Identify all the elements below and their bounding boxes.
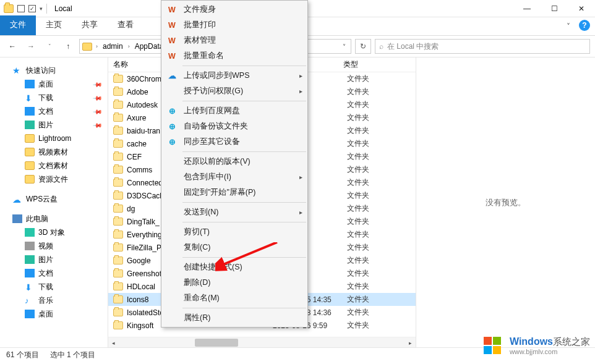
file-type: 文件夹	[347, 320, 409, 331]
nav-this-pc[interactable]: 此电脑	[0, 212, 108, 226]
menu-rename[interactable]: 重命名(M)	[161, 290, 307, 306]
label: 复制(C)	[184, 242, 210, 253]
nav-documents[interactable]: 文档📌	[0, 104, 108, 118]
label: 下载	[38, 93, 53, 103]
menu-properties[interactable]: 属性(R)	[161, 310, 307, 326]
baidu-icon: ⊕	[166, 137, 178, 146]
forward-button[interactable]: →	[24, 39, 38, 54]
search-icon: ⌕	[379, 42, 383, 51]
scroll-right-icon[interactable]: ▸	[405, 337, 416, 348]
pin-icon: 📌	[93, 79, 103, 89]
tab-share[interactable]: 共享	[72, 15, 108, 35]
watermark-text: Windows	[510, 336, 553, 347]
collapse-ribbon-icon[interactable]: ˅	[567, 22, 570, 31]
label: 素材管理	[184, 35, 216, 46]
file-type: 文件夹	[347, 216, 409, 227]
menu-batch-print[interactable]: W批量打印	[161, 17, 307, 33]
help-icon[interactable]: ?	[579, 20, 590, 31]
menu-send-to[interactable]: 发送到(N)▸	[161, 205, 307, 220]
label: 文档	[38, 268, 53, 279]
menu-material[interactable]: W素材管理	[161, 33, 307, 48]
menu-batch-rename[interactable]: W批量重命名	[161, 48, 307, 64]
menu-delete[interactable]: 删除(D)	[161, 275, 307, 290]
nav-3d-objects[interactable]: 3D 对象	[0, 226, 108, 239]
file-type: 文件夹	[347, 177, 409, 188]
file-type: 文件夹	[347, 190, 409, 201]
cloud-icon: ☁	[166, 71, 178, 80]
label: 授予访问权限(G)	[184, 86, 243, 96]
menu-baidu[interactable]: ⊕上传到百度网盘	[161, 103, 307, 119]
label: 属性(R)	[184, 313, 210, 323]
nav-video-material[interactable]: 视频素材	[0, 145, 108, 159]
tab-view[interactable]: 查看	[108, 15, 143, 35]
close-button[interactable]: ✕	[568, 0, 595, 17]
nav-downloads2[interactable]: 下载	[0, 280, 108, 294]
nav-desktop[interactable]: 桌面📌	[0, 77, 108, 91]
folder-icon	[113, 101, 123, 109]
nav-pane: ★快速访问 桌面📌 下载📌 文档📌 图片📌 Lightroom 视频素材 文档素…	[0, 57, 108, 347]
cloud-icon	[12, 195, 22, 203]
back-button[interactable]: ←	[5, 39, 20, 54]
menu-restore[interactable]: 还原以前的版本(V)	[161, 154, 307, 169]
nav-doc-material[interactable]: 文档素材	[0, 159, 108, 172]
label: 删除(D)	[184, 277, 210, 288]
nav-pictures[interactable]: 图片📌	[0, 118, 108, 132]
label: 图片	[38, 120, 53, 130]
label: 固定到"开始"屏幕(P)	[184, 187, 256, 198]
menu-library[interactable]: 包含到库中(I)▸	[161, 169, 307, 185]
recent-dropdown[interactable]: ˅	[42, 39, 57, 54]
label: 图片	[38, 255, 53, 265]
pictures-icon	[25, 121, 35, 129]
menu-slim[interactable]: W文件瘦身	[161, 2, 307, 17]
chevron-right-icon[interactable]: ›	[127, 43, 131, 49]
search-input[interactable]: ⌕ 在 Local 中搜索	[375, 39, 590, 54]
folder-icon	[25, 148, 35, 156]
qat-dropdown-icon[interactable]: ▾	[40, 6, 43, 12]
file-type: 文件夹	[347, 268, 409, 279]
search-placeholder: 在 Local 中搜索	[387, 41, 439, 52]
download-icon	[25, 93, 35, 102]
nav-pictures2[interactable]: 图片	[0, 253, 108, 266]
address-dropdown-icon[interactable]: ˅	[340, 43, 348, 50]
horizontal-scrollbar[interactable]: ◂ ▸	[108, 337, 416, 347]
nav-music[interactable]: 音乐	[0, 294, 108, 307]
scroll-thumb[interactable]	[195, 339, 238, 347]
nav-documents2[interactable]: 文档	[0, 266, 108, 280]
file-type: 文件夹	[347, 151, 409, 162]
up-button[interactable]: ↑	[61, 39, 75, 54]
menu-sync[interactable]: ⊕同步至其它设备	[161, 134, 307, 150]
folder-icon	[113, 114, 123, 122]
breadcrumb-item[interactable]: AppData	[134, 42, 165, 51]
minimize-button[interactable]: —	[513, 0, 541, 17]
menu-copy[interactable]: 复制(C)	[161, 240, 307, 255]
nav-quick-access[interactable]: ★快速访问	[0, 64, 108, 77]
menu-backup[interactable]: ⊕自动备份该文件夹	[161, 119, 307, 134]
nav-desktop2[interactable]: 桌面	[0, 307, 108, 321]
menu-cut[interactable]: 剪切(T)	[161, 224, 307, 240]
qat-checkbox[interactable]	[17, 5, 25, 12]
menu-grant-access[interactable]: 授予访问权限(G)▸	[161, 83, 307, 99]
nav-wps-cloud[interactable]: WPS云盘	[0, 192, 108, 206]
menu-shortcut[interactable]: 创建快捷方式(S)	[161, 260, 307, 275]
menu-pin-start[interactable]: 固定到"开始"屏幕(P)	[161, 185, 307, 200]
nav-resource[interactable]: 资源文件	[0, 172, 108, 186]
tab-home[interactable]: 主页	[36, 15, 72, 35]
nav-downloads[interactable]: 下载📌	[0, 91, 108, 104]
file-type: 文件夹	[347, 229, 409, 240]
refresh-button[interactable]: ↻	[355, 39, 371, 54]
label: Lightroom	[38, 134, 71, 143]
breadcrumb-item[interactable]: admin	[101, 42, 124, 51]
scroll-left-icon[interactable]: ◂	[108, 337, 119, 348]
tab-file[interactable]: 文件	[0, 15, 36, 35]
col-type[interactable]: 类型	[343, 59, 405, 70]
desktop-icon	[25, 80, 35, 88]
nav-lightroom[interactable]: Lightroom	[0, 132, 108, 145]
maximize-button[interactable]: ☐	[541, 0, 568, 17]
menu-upload-wps[interactable]: ☁上传或同步到WPS▸	[161, 68, 307, 83]
label: 还原以前的版本(V)	[184, 156, 250, 167]
folder-icon	[25, 161, 35, 170]
window-title: Local	[51, 4, 72, 13]
nav-videos[interactable]: 视频	[0, 239, 108, 253]
qat-checkbox-checked[interactable]: ✓	[28, 5, 36, 12]
chevron-right-icon[interactable]: ›	[95, 43, 99, 49]
